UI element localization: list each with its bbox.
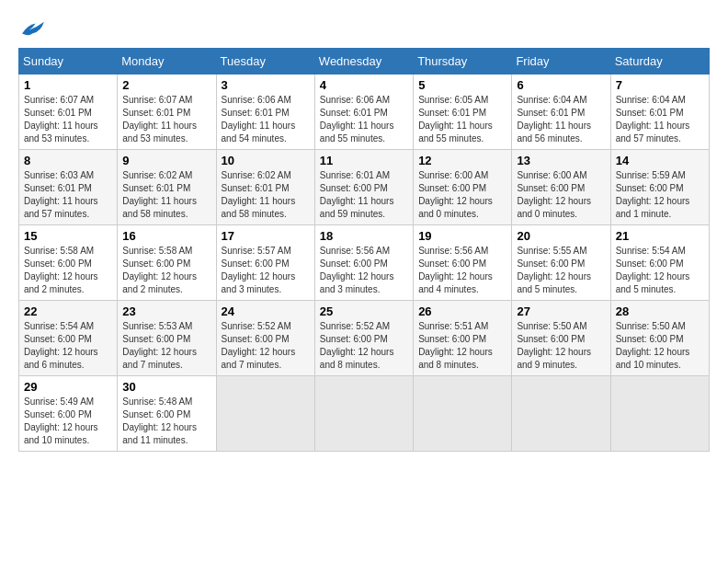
day-number: 27 bbox=[517, 304, 605, 318]
calendar-day-cell: 2 Sunrise: 6:07 AM Sunset: 6:01 PM Dayli… bbox=[118, 75, 216, 150]
calendar-day-cell: 10 Sunrise: 6:02 AM Sunset: 6:01 PM Dayl… bbox=[216, 150, 314, 225]
day-info: Sunrise: 6:06 AM Sunset: 6:01 PM Dayligh… bbox=[222, 94, 310, 145]
day-info: Sunrise: 5:48 AM Sunset: 6:00 PM Dayligh… bbox=[122, 396, 210, 447]
calendar-day-cell: 14 Sunrise: 5:59 AM Sunset: 6:00 PM Dayl… bbox=[610, 150, 709, 225]
logo-bird-icon bbox=[20, 18, 46, 39]
day-info: Sunrise: 5:56 AM Sunset: 6:00 PM Dayligh… bbox=[418, 245, 506, 296]
calendar-week-row: 8 Sunrise: 6:03 AM Sunset: 6:01 PM Dayli… bbox=[19, 150, 710, 225]
day-number: 22 bbox=[24, 304, 112, 318]
calendar-week-row: 29 Sunrise: 5:49 AM Sunset: 6:00 PM Dayl… bbox=[19, 376, 710, 452]
calendar-day-cell: 15 Sunrise: 5:58 AM Sunset: 6:00 PM Dayl… bbox=[19, 225, 118, 301]
calendar-day-cell: 17 Sunrise: 5:57 AM Sunset: 6:00 PM Dayl… bbox=[216, 225, 314, 301]
calendar-day-cell bbox=[512, 376, 610, 452]
page-header bbox=[18, 18, 710, 39]
day-number: 30 bbox=[122, 380, 210, 394]
calendar-day-cell: 7 Sunrise: 6:04 AM Sunset: 6:01 PM Dayli… bbox=[610, 75, 709, 150]
calendar-day-cell: 8 Sunrise: 6:03 AM Sunset: 6:01 PM Dayli… bbox=[19, 150, 118, 225]
day-number: 26 bbox=[418, 304, 506, 318]
day-info: Sunrise: 5:59 AM Sunset: 6:00 PM Dayligh… bbox=[616, 169, 704, 221]
day-number: 18 bbox=[320, 229, 408, 243]
day-number: 17 bbox=[222, 229, 310, 243]
day-info: Sunrise: 5:58 AM Sunset: 6:00 PM Dayligh… bbox=[122, 245, 210, 296]
day-info: Sunrise: 6:03 AM Sunset: 6:01 PM Dayligh… bbox=[24, 169, 112, 221]
calendar-day-cell: 19 Sunrise: 5:56 AM Sunset: 6:00 PM Dayl… bbox=[414, 225, 512, 301]
weekday-header: Saturday bbox=[610, 49, 709, 75]
calendar-day-cell: 20 Sunrise: 5:55 AM Sunset: 6:00 PM Dayl… bbox=[512, 225, 610, 301]
weekday-header: Wednesday bbox=[314, 49, 413, 75]
weekday-header: Tuesday bbox=[216, 49, 314, 75]
day-number: 6 bbox=[517, 78, 605, 92]
day-info: Sunrise: 5:49 AM Sunset: 6:00 PM Dayligh… bbox=[24, 396, 112, 447]
calendar-day-cell: 11 Sunrise: 6:01 AM Sunset: 6:00 PM Dayl… bbox=[314, 150, 413, 225]
calendar-week-row: 15 Sunrise: 5:58 AM Sunset: 6:00 PM Dayl… bbox=[19, 225, 710, 301]
day-info: Sunrise: 5:55 AM Sunset: 6:00 PM Dayligh… bbox=[517, 245, 605, 296]
day-number: 12 bbox=[418, 154, 506, 167]
day-info: Sunrise: 6:06 AM Sunset: 6:01 PM Dayligh… bbox=[320, 94, 408, 145]
calendar-day-cell: 9 Sunrise: 6:02 AM Sunset: 6:01 PM Dayli… bbox=[118, 150, 216, 225]
day-info: Sunrise: 5:52 AM Sunset: 6:00 PM Dayligh… bbox=[222, 320, 310, 372]
day-number: 2 bbox=[122, 78, 210, 92]
day-number: 4 bbox=[320, 78, 408, 92]
weekday-header: Sunday bbox=[19, 49, 118, 75]
day-info: Sunrise: 5:53 AM Sunset: 6:00 PM Dayligh… bbox=[122, 320, 210, 372]
day-number: 24 bbox=[222, 304, 310, 318]
calendar-day-cell bbox=[216, 376, 314, 452]
weekday-header: Thursday bbox=[414, 49, 512, 75]
day-number: 20 bbox=[517, 229, 605, 243]
day-info: Sunrise: 6:04 AM Sunset: 6:01 PM Dayligh… bbox=[616, 94, 704, 145]
calendar-day-cell: 3 Sunrise: 6:06 AM Sunset: 6:01 PM Dayli… bbox=[216, 75, 314, 150]
day-info: Sunrise: 5:58 AM Sunset: 6:00 PM Dayligh… bbox=[24, 245, 112, 296]
calendar-day-cell: 5 Sunrise: 6:05 AM Sunset: 6:01 PM Dayli… bbox=[414, 75, 512, 150]
day-info: Sunrise: 5:50 AM Sunset: 6:00 PM Dayligh… bbox=[517, 320, 605, 372]
day-number: 15 bbox=[24, 229, 112, 243]
calendar-day-cell: 21 Sunrise: 5:54 AM Sunset: 6:00 PM Dayl… bbox=[610, 225, 709, 301]
day-info: Sunrise: 6:02 AM Sunset: 6:01 PM Dayligh… bbox=[122, 169, 210, 221]
day-info: Sunrise: 6:00 AM Sunset: 6:00 PM Dayligh… bbox=[517, 169, 605, 221]
day-number: 25 bbox=[320, 304, 408, 318]
calendar-day-cell: 22 Sunrise: 5:54 AM Sunset: 6:00 PM Dayl… bbox=[19, 301, 118, 376]
day-number: 1 bbox=[24, 78, 112, 92]
calendar-day-cell bbox=[314, 376, 413, 452]
calendar-day-cell: 13 Sunrise: 6:00 AM Sunset: 6:00 PM Dayl… bbox=[512, 150, 610, 225]
day-info: Sunrise: 6:05 AM Sunset: 6:01 PM Dayligh… bbox=[418, 94, 506, 145]
day-info: Sunrise: 6:02 AM Sunset: 6:01 PM Dayligh… bbox=[222, 169, 310, 221]
day-info: Sunrise: 6:07 AM Sunset: 6:01 PM Dayligh… bbox=[24, 94, 112, 145]
day-number: 19 bbox=[418, 229, 506, 243]
weekday-header: Monday bbox=[118, 49, 216, 75]
calendar-day-cell: 25 Sunrise: 5:52 AM Sunset: 6:00 PM Dayl… bbox=[314, 301, 413, 376]
day-number: 9 bbox=[122, 154, 210, 167]
calendar-table: SundayMondayTuesdayWednesdayThursdayFrid… bbox=[18, 48, 710, 452]
calendar-day-cell bbox=[610, 376, 709, 452]
day-number: 28 bbox=[616, 304, 704, 318]
calendar-day-cell: 26 Sunrise: 5:51 AM Sunset: 6:00 PM Dayl… bbox=[414, 301, 512, 376]
day-info: Sunrise: 6:01 AM Sunset: 6:00 PM Dayligh… bbox=[320, 169, 408, 221]
day-info: Sunrise: 5:54 AM Sunset: 6:00 PM Dayligh… bbox=[616, 245, 704, 296]
day-number: 7 bbox=[616, 78, 704, 92]
calendar-week-row: 22 Sunrise: 5:54 AM Sunset: 6:00 PM Dayl… bbox=[19, 301, 710, 376]
calendar-day-cell bbox=[414, 376, 512, 452]
calendar-day-cell: 16 Sunrise: 5:58 AM Sunset: 6:00 PM Dayl… bbox=[118, 225, 216, 301]
day-number: 14 bbox=[616, 154, 704, 167]
day-number: 8 bbox=[24, 154, 112, 167]
calendar-day-cell: 1 Sunrise: 6:07 AM Sunset: 6:01 PM Dayli… bbox=[19, 75, 118, 150]
day-number: 16 bbox=[122, 229, 210, 243]
day-info: Sunrise: 5:56 AM Sunset: 6:00 PM Dayligh… bbox=[320, 245, 408, 296]
day-number: 5 bbox=[418, 78, 506, 92]
calendar-day-cell: 4 Sunrise: 6:06 AM Sunset: 6:01 PM Dayli… bbox=[314, 75, 413, 150]
day-number: 13 bbox=[517, 154, 605, 167]
calendar-day-cell: 30 Sunrise: 5:48 AM Sunset: 6:00 PM Dayl… bbox=[118, 376, 216, 452]
calendar-day-cell: 23 Sunrise: 5:53 AM Sunset: 6:00 PM Dayl… bbox=[118, 301, 216, 376]
day-info: Sunrise: 5:54 AM Sunset: 6:00 PM Dayligh… bbox=[24, 320, 112, 372]
calendar-day-cell: 6 Sunrise: 6:04 AM Sunset: 6:01 PM Dayli… bbox=[512, 75, 610, 150]
day-number: 10 bbox=[222, 154, 310, 167]
calendar-day-cell: 24 Sunrise: 5:52 AM Sunset: 6:00 PM Dayl… bbox=[216, 301, 314, 376]
day-info: Sunrise: 5:51 AM Sunset: 6:00 PM Dayligh… bbox=[418, 320, 506, 372]
calendar-day-cell: 18 Sunrise: 5:56 AM Sunset: 6:00 PM Dayl… bbox=[314, 225, 413, 301]
day-info: Sunrise: 5:52 AM Sunset: 6:00 PM Dayligh… bbox=[320, 320, 408, 372]
day-number: 21 bbox=[616, 229, 704, 243]
day-number: 23 bbox=[122, 304, 210, 318]
day-number: 11 bbox=[320, 154, 408, 167]
day-info: Sunrise: 6:04 AM Sunset: 6:01 PM Dayligh… bbox=[517, 94, 605, 145]
day-number: 29 bbox=[24, 380, 112, 394]
weekday-header-row: SundayMondayTuesdayWednesdayThursdayFrid… bbox=[19, 49, 710, 75]
